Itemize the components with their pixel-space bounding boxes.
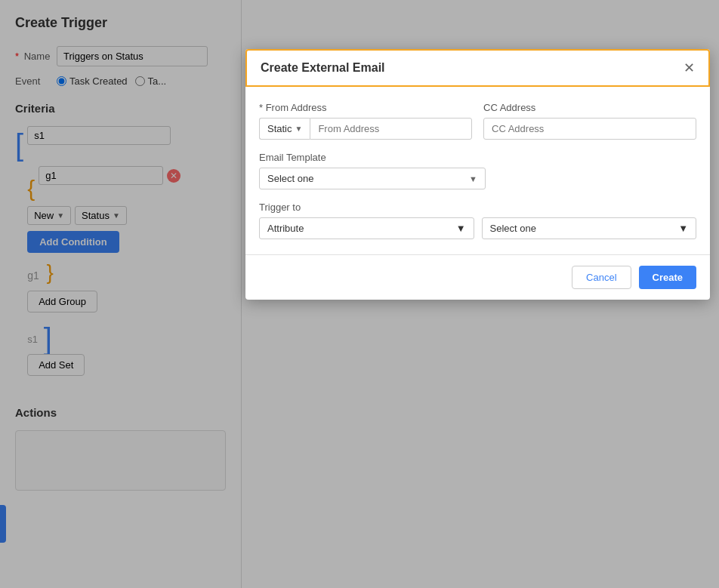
cc-address-group: CC Address bbox=[483, 102, 696, 140]
trigger-select-placeholder: Select one bbox=[490, 223, 536, 234]
from-type-label: Static bbox=[267, 123, 292, 134]
email-template-group: Email Template Select one ▼ bbox=[259, 152, 696, 189]
from-address-input-group: Static ▼ bbox=[259, 118, 472, 140]
cancel-button[interactable]: Cancel bbox=[572, 266, 631, 289]
trigger-select-arrow: ▼ bbox=[678, 223, 688, 234]
page-wrapper: Create Trigger * Name Event Task Created… bbox=[0, 0, 719, 588]
trigger-to-row: Attribute ▼ Select one ▼ bbox=[259, 217, 696, 239]
from-address-input[interactable] bbox=[310, 118, 472, 140]
modal-title: Create External Email bbox=[261, 61, 385, 75]
from-cc-row: * From Address Static ▼ CC Address bbox=[259, 102, 696, 140]
from-address-group: * From Address Static ▼ bbox=[259, 102, 472, 140]
cc-address-input[interactable] bbox=[483, 118, 696, 140]
trigger-to-label: Trigger to bbox=[259, 202, 696, 213]
trigger-select-one-dropdown[interactable]: Select one ▼ bbox=[482, 217, 697, 239]
modal: Create External Email ✕ * From Address S… bbox=[245, 49, 710, 300]
modal-body: * From Address Static ▼ CC Address bbox=[245, 87, 710, 254]
from-type-arrow: ▼ bbox=[295, 125, 303, 133]
trigger-attribute-value: Attribute bbox=[267, 223, 304, 234]
trigger-attribute-dropdown[interactable]: Attribute ▼ bbox=[259, 217, 474, 239]
modal-header: Create External Email ✕ bbox=[245, 49, 710, 87]
modal-close-button[interactable]: ✕ bbox=[684, 61, 695, 75]
from-type-dropdown[interactable]: Static ▼ bbox=[259, 118, 310, 140]
email-template-label: Email Template bbox=[259, 152, 696, 163]
modal-footer: Cancel Create bbox=[245, 254, 710, 300]
from-address-label: * From Address bbox=[259, 102, 472, 113]
email-template-placeholder: Select one bbox=[267, 173, 313, 184]
create-button[interactable]: Create bbox=[639, 266, 696, 289]
email-template-arrow: ▼ bbox=[469, 174, 477, 183]
trigger-attribute-arrow: ▼ bbox=[456, 223, 466, 234]
trigger-to-group: Trigger to Attribute ▼ Select one ▼ bbox=[259, 202, 696, 239]
email-template-dropdown[interactable]: Select one ▼ bbox=[259, 168, 486, 189]
cc-address-label: CC Address bbox=[483, 102, 696, 113]
